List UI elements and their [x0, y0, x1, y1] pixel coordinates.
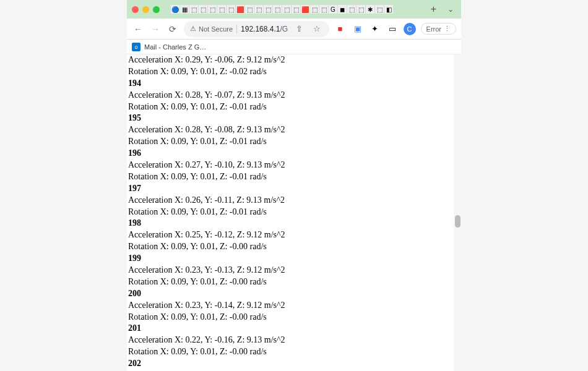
- tab-favicon[interactable]: ⬚: [199, 5, 207, 14]
- accel-line: Acceleration X: 0.23, Y: -0.14, Z: 9.12 …: [128, 300, 460, 312]
- tab-favicon[interactable]: ◧: [384, 5, 393, 14]
- rotation-line: Rotation X: 0.09, Y: 0.01, Z: -0.01 rad/…: [128, 136, 460, 148]
- entry-number: 202: [128, 358, 460, 370]
- tab-favicons: 🔵▦⬚⬚⬚⬚⬚🟥⬚⬚⬚⬚⬚⬚🟥⬚⬚G◼⬚⬚✱⬚◧⚀🟨😊🟠🦊▦⬚⬚▦⬚🟥▯: [171, 5, 394, 14]
- tab-favicon[interactable]: ⬚: [310, 5, 319, 14]
- share-icon[interactable]: ⇧: [293, 23, 306, 35]
- rotation-line: Rotation X: 0.09, Y: 0.01, Z: -0.01 rad/…: [128, 207, 460, 218]
- rotation-line: Rotation X: 0.09, Y: 0.01, Z: -0.00 rad/…: [128, 241, 460, 253]
- bookmarks-bar: o Mail - Charles Z G…: [127, 40, 461, 54]
- accel-line: Acceleration X: 0.28, Y: -0.07, Z: 9.13 …: [128, 90, 460, 101]
- tab-favicon[interactable]: 🟥: [301, 5, 309, 14]
- tab-bar: 🔵▦⬚⬚⬚⬚⬚🟥⬚⬚⬚⬚⬚⬚🟥⬚⬚G◼⬚⬚✱⬚◧⚀🟨😊🟠🦊▦⬚⬚▦⬚🟥▯ + ⌄: [127, 0, 461, 19]
- error-chip[interactable]: Error ⋮: [421, 23, 456, 35]
- tab-favicon[interactable]: ⬚: [227, 5, 235, 14]
- toolbar: ← → ⟳ ⚠ Not Secure 192.168.4.1/G ⇧ ☆ ■ ▣…: [127, 19, 461, 40]
- scrollbar-thumb[interactable]: [455, 215, 460, 228]
- address-bar[interactable]: ⚠ Not Secure 192.168.4.1/G ⇧ ☆: [184, 21, 329, 37]
- rotation-line: Rotation X: 0.09, Y: 0.01, Z: -0.00 rad/…: [128, 312, 460, 323]
- rotation-line: Rotation X: 0.09, Y: 0.01, Z: -0.02 rad/…: [128, 66, 460, 78]
- accel-line: Acceleration X: 0.22, Y: -0.16, Z: 9.13 …: [128, 335, 460, 346]
- entry-number: 196: [128, 148, 460, 160]
- url-display: 192.168.4.1/G: [241, 25, 288, 33]
- bookmark-star-icon[interactable]: ☆: [311, 23, 323, 35]
- tab-favicon[interactable]: ⬚: [319, 5, 328, 14]
- tab-favicon[interactable]: 🟥: [236, 5, 244, 14]
- address-actions: ⇧ ☆: [293, 23, 323, 35]
- accel-line: Acceleration X: 0.25, Y: -0.12, Z: 9.12 …: [128, 229, 460, 241]
- rotation-line: Rotation X: 0.09, Y: 0.01, Z: -0.01 rad/…: [128, 171, 460, 183]
- bookmark-item[interactable]: Mail - Charles Z G…: [144, 43, 206, 51]
- tab-favicon[interactable]: ⬚: [357, 5, 365, 14]
- entry-number: 201: [128, 323, 460, 335]
- entry-number: 199: [128, 253, 460, 265]
- entry-number: 195: [128, 113, 460, 124]
- accel-line: Acceleration X: 0.23, Y: -0.13, Z: 9.12 …: [128, 265, 460, 276]
- rotation-line: Rotation X: 0.09, Y: 0.01, Z: -0.00 rad/…: [128, 276, 460, 288]
- reading-list-icon[interactable]: ▭: [386, 23, 399, 35]
- entry-number: 200: [128, 288, 460, 300]
- entry-number: 197: [128, 183, 460, 195]
- scrollbar-track[interactable]: [454, 54, 461, 371]
- menu-dots-icon[interactable]: ⋮: [444, 25, 451, 33]
- security-indicator[interactable]: ⚠ Not Secure: [190, 25, 233, 33]
- error-label: Error: [426, 25, 441, 33]
- accel-line: Acceleration X: 0.29, Y: -0.06, Z: 9.12 …: [128, 54, 460, 66]
- url-path: /G: [280, 25, 288, 33]
- tab-favicon[interactable]: G: [329, 5, 337, 14]
- extensions-icon[interactable]: ✦: [369, 23, 381, 35]
- tab-favicon[interactable]: 🔵: [171, 5, 179, 14]
- tab-favicon[interactable]: ◼: [338, 5, 347, 14]
- extension-red-icon[interactable]: ■: [334, 23, 347, 35]
- entry-number: 198: [128, 218, 460, 229]
- tab-favicon[interactable]: ⬚: [189, 5, 198, 14]
- divider: [236, 25, 237, 33]
- tab-favicon[interactable]: ⬚: [254, 5, 263, 14]
- tabs-menu-button[interactable]: ⌄: [445, 5, 456, 14]
- tab-favicon[interactable]: ⬚: [292, 5, 300, 14]
- warning-icon: ⚠: [190, 25, 196, 33]
- rotation-line: Rotation X: 0.09, Y: 0.01, Z: -0.00 rad/…: [128, 346, 460, 358]
- extension-blue-icon[interactable]: ▣: [352, 23, 364, 35]
- tab-favicon[interactable]: ⬚: [245, 5, 254, 14]
- accel-line: Acceleration X: 0.26, Y: -0.11, Z: 9.13 …: [128, 195, 460, 207]
- tab-favicon[interactable]: ⬚: [347, 5, 356, 14]
- reload-button[interactable]: ⟳: [166, 23, 179, 35]
- accel-line: Acceleration X: 0.28, Y: -0.08, Z: 9.13 …: [128, 124, 460, 136]
- tab-favicon[interactable]: ✱: [366, 5, 374, 14]
- maximize-icon[interactable]: [153, 6, 160, 13]
- rotation-line: Rotation X: 0.09, Y: 0.01, Z: -0.01 rad/…: [128, 101, 460, 113]
- accel-line: Acceleration X: 0.27, Y: -0.10, Z: 9.13 …: [128, 160, 460, 171]
- profile-avatar[interactable]: C: [404, 23, 416, 35]
- outlook-icon: o: [132, 43, 141, 51]
- forward-button[interactable]: →: [149, 23, 162, 35]
- tab-favicon[interactable]: ⬚: [217, 5, 226, 14]
- tab-favicon[interactable]: ⬚: [282, 5, 291, 14]
- tab-favicon[interactable]: ⬚: [264, 5, 272, 14]
- tab-favicon[interactable]: ⬚: [208, 5, 217, 14]
- entry-number: 194: [128, 78, 460, 90]
- window-controls: [132, 6, 160, 13]
- back-button[interactable]: ←: [132, 23, 144, 35]
- minimize-icon[interactable]: [142, 6, 149, 13]
- tab-favicon[interactable]: ⬚: [375, 5, 384, 14]
- tab-favicon[interactable]: ▦: [180, 5, 189, 14]
- new-tab-button[interactable]: +: [426, 4, 441, 15]
- browser-window: 🔵▦⬚⬚⬚⬚⬚🟥⬚⬚⬚⬚⬚⬚🟥⬚⬚G◼⬚⬚✱⬚◧⚀🟨😊🟠🦊▦⬚⬚▦⬚🟥▯ + ⌄…: [127, 0, 461, 371]
- close-icon[interactable]: [132, 6, 139, 13]
- url-host: 192.168.4.1: [241, 25, 280, 33]
- page-content: Acceleration X: 0.29, Y: -0.06, Z: 9.12 …: [127, 54, 461, 371]
- not-secure-label: Not Secure: [199, 25, 233, 33]
- tab-favicon[interactable]: ⬚: [273, 5, 282, 14]
